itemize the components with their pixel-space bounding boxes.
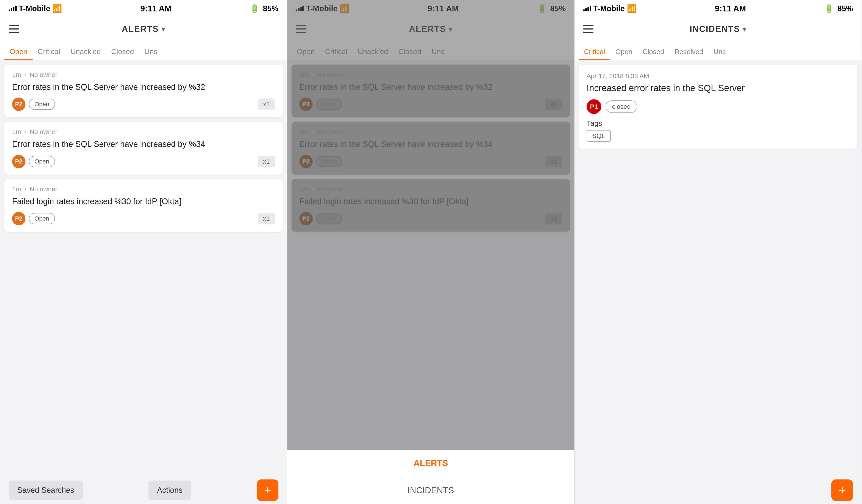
bottom-bar-3: + (575, 476, 862, 504)
card-meta-1-2: 1m No owner (12, 128, 275, 135)
time-3: 9:11 AM (715, 4, 746, 13)
status-badge-closed: closed (605, 101, 637, 113)
battery-icon-1: 🔋 (250, 4, 260, 13)
status-right-3: 🔋 85% (824, 4, 853, 13)
chevron-down-icon-1: ▾ (161, 25, 165, 33)
card-owner-1-2: No owner (30, 128, 57, 135)
card-meta-1-1: 1m No owner (12, 71, 275, 78)
dropdown-menu-2: ALERTS INCIDENTS (287, 450, 574, 504)
alert-card-1-3[interactable]: 1m No owner Failed login rates increased… (4, 179, 283, 232)
signal-icon-3 (583, 6, 591, 11)
tags-label: Tags (587, 119, 849, 128)
status-left-3: T-Mobile 📶 (583, 4, 637, 13)
content-1: 1m No owner Error rates in the SQL Serve… (0, 60, 287, 476)
tab-uns-1[interactable]: Uns (139, 44, 162, 60)
card-footer-1-3: P2 Open x1 (12, 212, 275, 225)
overlay-backdrop-2[interactable] (287, 0, 574, 450)
screen-1: T-Mobile 📶 9:11 AM 🔋 85% ALERTS ▾ Open C… (0, 0, 287, 504)
card-title-1-3: Failed login rates increased %30 for IdP… (12, 196, 275, 207)
tab-bar-1: Open Critical Unack'ed Closed Uns (0, 41, 287, 60)
tab-open-3[interactable]: Open (610, 44, 638, 60)
card-badges-1-1: P2 Open (12, 97, 55, 111)
wifi-icon-3: 📶 (627, 4, 637, 13)
nav-bar-3: INCIDENTS ▾ (575, 17, 862, 41)
tab-unacked-1[interactable]: Unack'ed (65, 44, 106, 60)
fab-button-3[interactable]: + (832, 479, 853, 501)
screen-3: T-Mobile 📶 9:11 AM 🔋 85% INCIDENTS ▾ Cri… (575, 0, 862, 504)
card-footer-1-1: P2 Open x1 (12, 97, 275, 111)
saved-searches-button-1[interactable]: Saved Searches (9, 480, 83, 500)
priority-badge-1-2: P2 (12, 155, 25, 168)
screen-2: T-Mobile 📶 9:11 AM 🔋 85% ALERTS ▾ Open C… (287, 0, 575, 504)
content-spacer-3 (575, 154, 862, 476)
card-owner-1-3: No owner (30, 185, 57, 193)
tab-critical-1[interactable]: Critical (32, 44, 65, 60)
battery-pct-1: 85% (263, 4, 278, 13)
status-badge-1-3: Open (29, 213, 55, 224)
incident-title: Increased error rates in the SQL Server (587, 82, 849, 94)
card-badges-1-3: P2 Open (12, 212, 55, 225)
hamburger-menu-3[interactable] (583, 25, 593, 33)
status-bar-1: T-Mobile 📶 9:11 AM 🔋 85% (0, 0, 287, 17)
incident-badges: P1 closed (587, 99, 849, 114)
priority-badge-1-3: P2 (12, 212, 25, 225)
card-meta-1-3: 1m No owner (12, 185, 275, 193)
incident-date: Apr 17, 2018 8:33 AM (587, 72, 849, 80)
card-footer-1-2: P2 Open x1 (12, 155, 275, 168)
tag-sql: SQL (587, 130, 611, 142)
signal-icon-1 (9, 6, 17, 11)
hamburger-menu-1[interactable] (9, 25, 19, 33)
actions-button-1[interactable]: Actions (148, 480, 191, 500)
priority-badge-1-1: P2 (12, 97, 25, 111)
dot-icon-1-2 (25, 131, 26, 133)
card-badges-1-2: P2 Open (12, 155, 55, 168)
alert-card-1-1[interactable]: 1m No owner Error rates in the SQL Serve… (4, 65, 283, 117)
tab-uns-3[interactable]: Uns (708, 44, 731, 60)
tab-resolved-3[interactable]: Resolved (669, 44, 708, 60)
tab-closed-1[interactable]: Closed (106, 44, 139, 60)
battery-pct-3: 85% (837, 4, 853, 13)
nav-title-1[interactable]: ALERTS ▾ (122, 24, 165, 34)
priority-badge-3: P1 (587, 99, 601, 114)
battery-icon-3: 🔋 (824, 4, 834, 13)
carrier-1: T-Mobile (19, 4, 50, 13)
status-badge-1-2: Open (29, 156, 55, 167)
tab-critical-3[interactable]: Critical (579, 44, 610, 60)
tab-bar-3: Critical Open Closed Resolved Uns (575, 41, 862, 60)
fab-button-1[interactable]: + (257, 479, 278, 501)
chevron-down-icon-3: ▾ (743, 25, 746, 33)
dot-icon-1-1 (25, 74, 26, 76)
status-bar-3: T-Mobile 📶 9:11 AM 🔋 85% (575, 0, 862, 17)
wifi-icon-1: 📶 (52, 4, 62, 13)
count-badge-1-1: x1 (258, 98, 275, 110)
nav-title-3[interactable]: INCIDENTS ▾ (690, 24, 746, 34)
card-title-1-1: Error rates in the SQL Server have incre… (12, 82, 275, 92)
status-badge-1-1: Open (29, 99, 55, 110)
tab-open-1[interactable]: Open (4, 44, 32, 60)
nav-bar-1: ALERTS ▾ (0, 17, 287, 41)
card-owner-1-1: No owner (30, 71, 57, 78)
count-badge-1-3: x1 (258, 213, 275, 224)
menu-item-alerts[interactable]: ALERTS (287, 450, 574, 477)
count-badge-1-2: x1 (258, 156, 275, 167)
alert-card-1-2[interactable]: 1m No owner Error rates in the SQL Serve… (4, 122, 283, 174)
tab-closed-3[interactable]: Closed (638, 44, 669, 60)
menu-item-incidents[interactable]: INCIDENTS (287, 477, 574, 504)
incident-detail-card[interactable]: Apr 17, 2018 8:33 AM Increased error rat… (579, 65, 857, 149)
carrier-3: T-Mobile (593, 4, 625, 13)
bottom-bar-1: Saved Searches Actions + (0, 476, 287, 504)
status-right-1: 🔋 85% (250, 4, 278, 13)
status-left-1: T-Mobile 📶 (9, 4, 62, 13)
dropdown-overlay-2[interactable]: ALERTS INCIDENTS (287, 0, 574, 504)
card-time-1-2: 1m (12, 128, 21, 135)
card-time-1-1: 1m (12, 71, 21, 78)
time-1: 9:11 AM (140, 4, 171, 13)
card-title-1-2: Error rates in the SQL Server have incre… (12, 139, 275, 149)
card-time-1-3: 1m (12, 185, 21, 193)
dot-icon-1-3 (25, 188, 26, 190)
